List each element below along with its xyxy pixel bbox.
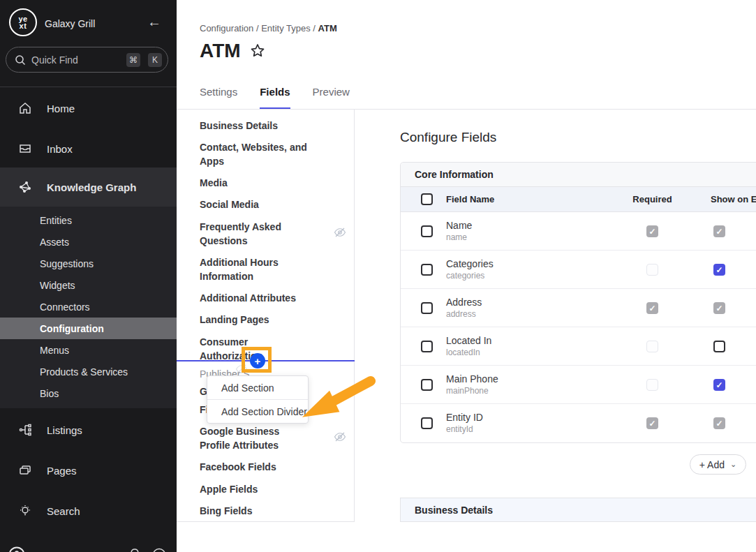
required-checkbox [646,379,658,391]
collapse-sidebar-icon[interactable]: ← [147,14,161,30]
home-icon [17,101,33,115]
sidebar-item-search[interactable]: Search [0,494,177,528]
sub-item-label: Bios [40,388,59,399]
sidebar-item-entities[interactable]: Entities [0,209,177,231]
section-frequently-asked-questions[interactable]: Frequently Asked Questions [200,220,311,248]
required-checkbox [646,264,658,276]
sub-item-label: Configuration [40,323,104,334]
sidebar-item-label: Knowledge Graph [47,181,136,193]
sub-item-label: Menus [40,345,69,356]
sidebar: ye xt Galaxy Grill ← Quick Find ⌘ K Home [0,0,177,552]
tab-preview[interactable]: Preview [313,86,350,110]
show-on-entity-checkbox [713,225,725,237]
pages-icon [17,463,33,477]
sidebar-item-assets[interactable]: Assets [0,231,177,253]
yext-logo: ye xt [9,8,37,36]
tab-fields[interactable]: Fields [260,86,290,110]
section-apple-fields[interactable]: Apple Fields [200,482,311,496]
select-all-checkbox[interactable] [421,193,433,205]
sub-item-label: Widgets [40,280,75,291]
section-social-media[interactable]: Social Media [200,197,311,211]
row-select-checkbox[interactable] [421,417,433,429]
sidebar-item-pages[interactable]: Pages [0,454,177,487]
section-additional-hours[interactable]: Additional Hours Information [200,255,311,283]
show-on-entity-checkbox[interactable] [713,341,725,352]
column-show-on-entity: Show on Ent [711,194,756,204]
notifications-bell-icon[interactable] [128,548,142,552]
row-select-checkbox[interactable] [421,225,433,237]
section-landing-pages[interactable]: Landing Pages [200,313,311,327]
section-media[interactable]: Media [200,176,311,190]
breadcrumb[interactable]: Configuration / Entity Types / ATM [200,23,337,33]
row-select-checkbox[interactable] [421,379,433,391]
avatar-icon[interactable] [8,546,25,552]
section-business-details[interactable]: Business Details [200,119,311,133]
required-checkbox [646,417,658,429]
section-facebook-fields[interactable]: Facebook Fields [200,460,311,474]
page-title: ATM [200,40,266,62]
section-contact-websites-apps[interactable]: Contact, Websites, and Apps [200,140,311,168]
sub-item-label: Suggestions [40,258,94,269]
search-icon [15,54,26,66]
sidebar-item-connectors[interactable]: Connectors [0,296,177,318]
row-select-checkbox[interactable] [421,341,433,352]
logo-text-bottom: xt [20,22,27,29]
favorite-star-icon[interactable] [249,43,266,59]
breadcrumb-links[interactable]: Configuration / Entity Types / [200,23,318,33]
sidebar-footer: ? [0,532,177,552]
sidebar-item-label: Home [47,103,75,114]
section-additional-attributes[interactable]: Additional Attributes [200,291,311,305]
menu-item-add-section[interactable]: Add Section [207,376,308,399]
sidebar-item-menus[interactable]: Menus [0,339,177,361]
show-on-entity-checkbox[interactable] [713,264,725,276]
table-row: Address address [401,289,756,327]
add-field-button[interactable]: + Add ⌄ [690,454,746,475]
required-checkbox [646,302,658,314]
lightbulb-icon [17,504,33,518]
field-api-name: mainPhone [446,386,489,396]
table-column-header-row: Field Name Required Show on Ent [401,187,756,212]
eye-off-icon [334,431,346,443]
sidebar-item-listings[interactable]: Listings [0,413,177,447]
configure-fields-title: Configure Fields [400,130,496,145]
field-name: Name [446,220,472,231]
sidebar-item-products-services[interactable]: Products & Services [0,361,177,382]
field-name: Main Phone [446,373,498,385]
menu-item-add-section-divider[interactable]: Add Section Divider [207,400,308,423]
quick-find-input[interactable]: Quick Find ⌘ K [6,47,168,73]
business-details-card-header: Business Details [400,498,756,522]
sidebar-item-configuration[interactable]: Configuration [0,318,177,339]
sidebar-item-inbox[interactable]: Inbox [0,132,177,165]
table-row: Main Phone mainPhone [401,366,756,404]
section-bing-fields[interactable]: Bing Fields [200,504,311,518]
knowledge-graph-icon [17,180,33,194]
section-google-business-profile-attributes[interactable]: Google Business Profile Attributes [200,424,311,452]
app-window: ye xt Galaxy Grill ← Quick Find ⌘ K Home [0,0,756,552]
sub-item-label: Connectors [40,301,90,313]
field-name: Located In [446,335,491,346]
sidebar-item-label: Inbox [47,143,73,155]
show-on-entity-checkbox [713,302,725,314]
table-row: Categories categories [401,251,756,289]
field-api-name: locatedIn [446,348,480,357]
table-row: Located In locatedIn [401,327,756,366]
table-row: Entity ID entityId [401,404,756,442]
row-select-checkbox[interactable] [421,264,433,276]
sidebar-header: ye xt Galaxy Grill ← Quick Find ⌘ K [0,0,177,87]
sidebar-item-home[interactable]: Home [0,91,177,125]
sidebar-item-bios[interactable]: Bios [0,382,177,404]
sidebar-item-knowledge-graph[interactable]: Knowledge Graph [0,167,177,207]
show-on-entity-checkbox[interactable] [713,379,725,391]
sidebar-item-suggestions[interactable]: Suggestions [0,253,177,274]
required-checkbox [646,225,658,237]
field-name: Categories [446,258,494,269]
core-information-card: Core Information Field Name Required Sho… [400,162,756,443]
sidebar-item-widgets[interactable]: Widgets [0,274,177,296]
help-icon[interactable]: ? [152,548,166,552]
tab-settings[interactable]: Settings [200,86,237,110]
row-select-checkbox[interactable] [421,302,433,314]
account-name: Galaxy Grill [45,18,95,29]
field-api-name: address [446,309,476,319]
card-section-title: Business Details [415,505,493,516]
field-name: Address [446,297,482,308]
